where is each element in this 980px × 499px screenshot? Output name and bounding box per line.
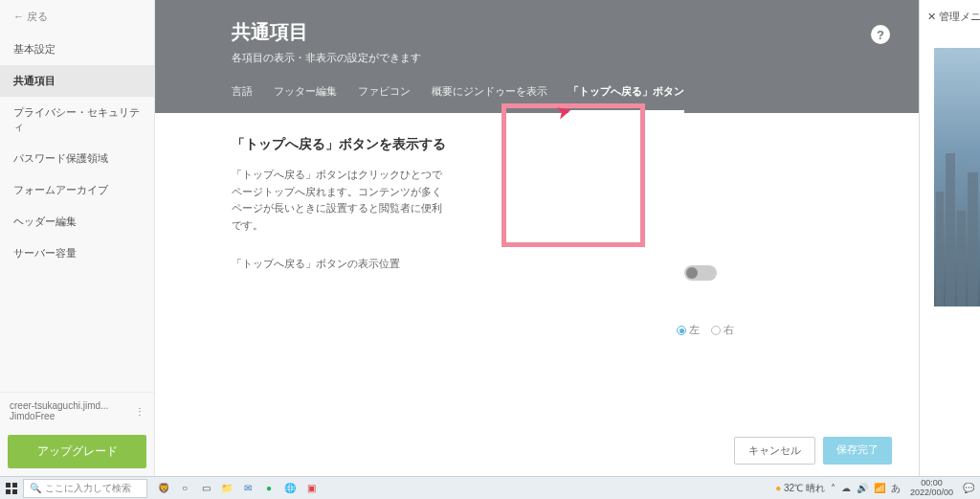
sidebar-item-password[interactable]: パスワード保護領域 <box>0 143 154 174</box>
sidebar-item-server[interactable]: サーバー容量 <box>0 238 154 269</box>
system-tray: ● 32℃ 晴れ ˄ ☁ 🔊 📶 あ 00:00 2022/00/00 💬 <box>775 479 980 498</box>
upgrade-button[interactable]: アップグレード <box>8 435 146 468</box>
sidebar-item-header[interactable]: ヘッダー編集 <box>0 206 154 238</box>
spotify-icon[interactable]: ● <box>260 480 278 497</box>
help-icon[interactable]: ? <box>871 25 890 44</box>
task-icon-1[interactable]: 🦁 <box>155 480 172 497</box>
cortana-icon[interactable]: ○ <box>176 480 193 497</box>
back-link[interactable]: ← 戻る <box>0 0 154 34</box>
ime-icon[interactable]: あ <box>891 482 901 495</box>
search-icon: 🔍 <box>30 483 41 493</box>
tab-favicon[interactable]: ファビコン <box>358 84 411 113</box>
position-label: 「トップへ戻る」ボタンの表示位置 <box>232 257 842 271</box>
tray-chevron-icon[interactable]: ˄ <box>831 483 835 493</box>
header: 共通項目 各項目の表示・非表示の設定ができます ? 言語 フッター編集 ファビコ… <box>155 0 919 113</box>
cancel-button[interactable]: キャンセル <box>734 437 815 465</box>
page-subtitle: 各項目の表示・非表示の設定ができます <box>232 51 842 65</box>
app-icon[interactable]: ▣ <box>302 480 320 497</box>
svg-rect-1 <box>12 483 17 488</box>
radio-left[interactable]: 左 <box>677 323 700 337</box>
right-panel: ✕ 管理メニ <box>919 0 980 476</box>
sidebar: ← 戻る 基本設定 共通項目 プライバシー・セキュリティ パスワード保護領域 フ… <box>0 0 155 476</box>
tab-jimdo-show[interactable]: 概要にジンドゥーを表示 <box>432 84 547 113</box>
mail-icon[interactable]: ✉ <box>239 480 256 497</box>
main-panel: 共通項目 各項目の表示・非表示の設定ができます ? 言語 フッター編集 ファビコ… <box>155 0 919 476</box>
site-preview <box>934 48 980 306</box>
weather-widget[interactable]: ● 32℃ 晴れ <box>775 482 825 495</box>
svg-rect-2 <box>6 489 11 494</box>
more-icon[interactable]: ⋮ <box>135 406 145 417</box>
content: 「トップへ戻る」ボタンを表示する 「トップへ戻る」ボタンはクリックひとつでページ… <box>155 113 919 476</box>
sidebar-footer: creer-tsukaguchi.jimd... JimdoFree ⋮ <box>0 392 154 429</box>
tab-back-to-top[interactable]: 「トップへ戻る」ボタン <box>568 84 684 113</box>
chrome-icon[interactable]: 🌐 <box>281 480 299 497</box>
account-name: creer-tsukaguchi.jimd... <box>10 400 108 411</box>
sidebar-item-basic[interactable]: 基本設定 <box>0 34 154 65</box>
section-title: 「トップへ戻る」ボタンを表示する <box>232 136 842 153</box>
taskbar: 🔍 ここに入力して検索 🦁 ○ ▭ 📁 ✉ ● 🌐 ▣ ● 32℃ 晴れ ˄ ☁… <box>0 476 980 499</box>
taskbar-clock[interactable]: 00:00 2022/00/00 <box>906 479 957 498</box>
taskbar-search[interactable]: 🔍 ここに入力して検索 <box>23 479 147 498</box>
position-radios: 左 右 <box>677 323 734 337</box>
section-desc: 「トップへ戻る」ボタンはクリックひとつでページトップへ戻れます。コンテンツが多く… <box>232 167 442 234</box>
sidebar-item-privacy[interactable]: プライバシー・セキュリティ <box>0 97 154 143</box>
sidebar-item-common[interactable]: 共通項目 <box>0 65 154 97</box>
tab-footer[interactable]: フッター編集 <box>274 84 337 113</box>
explorer-icon[interactable]: 📁 <box>218 480 235 497</box>
taskview-icon[interactable]: ▭ <box>197 480 214 497</box>
start-button[interactable] <box>0 477 23 500</box>
wifi-icon[interactable]: 📶 <box>874 483 885 493</box>
onedrive-icon[interactable]: ☁ <box>841 483 851 493</box>
svg-rect-3 <box>12 489 17 494</box>
sidebar-item-forms[interactable]: フォームアーカイブ <box>0 174 154 206</box>
task-icons: 🦁 ○ ▭ 📁 ✉ ● 🌐 ▣ <box>155 480 320 497</box>
tray-icon-1[interactable]: 🔊 <box>857 483 868 493</box>
notification-icon[interactable]: 💬 <box>963 483 974 493</box>
search-placeholder: ここに入力して検索 <box>45 482 131 495</box>
page-title: 共通項目 <box>232 19 842 45</box>
tabs: 言語 フッター編集 ファビコン 概要にジンドゥーを表示 「トップへ戻る」ボタン <box>232 84 842 113</box>
plan-label: JimdoFree <box>10 411 108 421</box>
show-toggle[interactable] <box>684 265 717 281</box>
tab-language[interactable]: 言語 <box>232 84 253 113</box>
radio-right[interactable]: 右 <box>711 323 734 337</box>
close-management-menu[interactable]: ✕ 管理メニ <box>920 0 980 34</box>
save-button[interactable]: 保存完了 <box>823 437 892 465</box>
svg-rect-0 <box>6 483 11 488</box>
footer-buttons: キャンセル 保存完了 <box>734 437 892 465</box>
